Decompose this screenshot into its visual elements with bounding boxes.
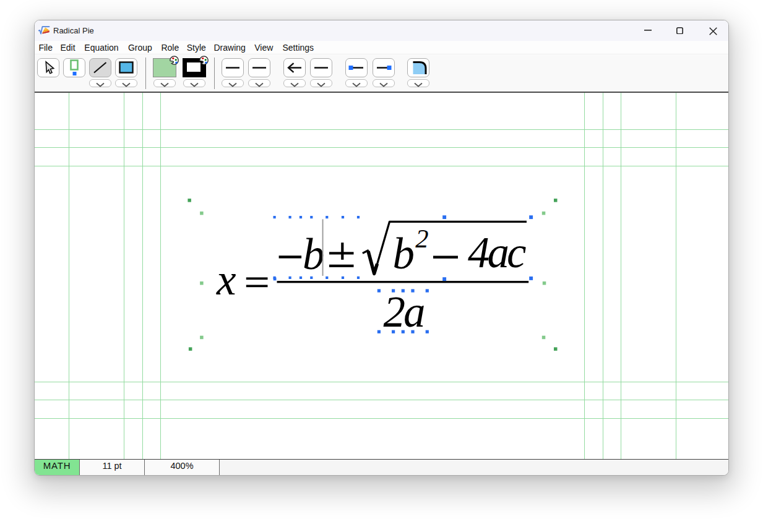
svg-text:4ac: 4ac	[468, 228, 526, 277]
svg-text:2: 2	[415, 224, 428, 253]
svg-text:x: x	[216, 255, 236, 304]
svg-text:b: b	[393, 230, 415, 278]
svg-text:2a: 2a	[384, 288, 425, 336]
svg-text:b: b	[303, 230, 325, 278]
